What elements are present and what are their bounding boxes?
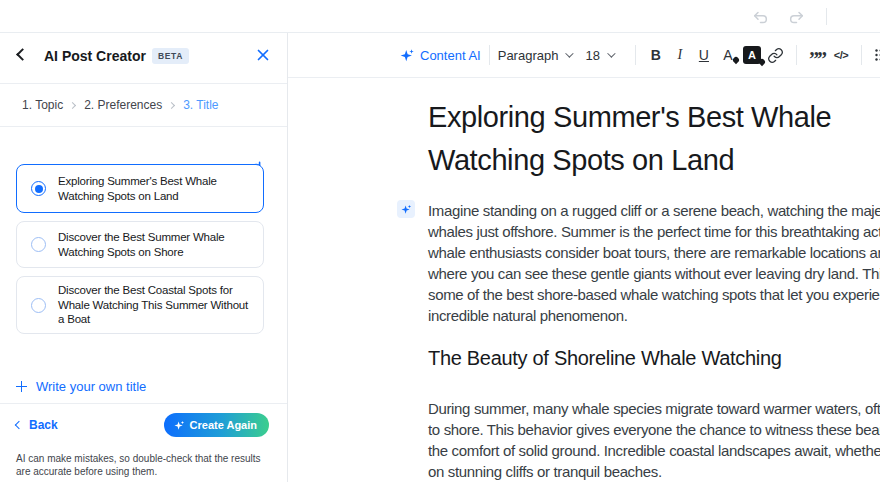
back-label: Back — [29, 418, 58, 432]
ai-post-creator-panel: AI Post Creator BETA 1. Topic 2. Prefere… — [0, 33, 288, 482]
back-button[interactable]: Back — [16, 418, 58, 432]
redo-button[interactable] — [786, 7, 806, 27]
code-view-button[interactable]: </> — [829, 43, 853, 67]
post-paragraph-1[interactable]: Imagine standing on a rugged cliff or a … — [428, 200, 880, 326]
undo-button[interactable] — [750, 7, 770, 27]
top-bar — [0, 0, 880, 33]
post-title[interactable]: Exploring Summer's Best Whale Watching S… — [428, 96, 831, 182]
chevron-left-icon — [15, 421, 23, 429]
title-option-2[interactable]: Discover the Best Summer Whale Watching … — [16, 221, 264, 268]
underline-button[interactable]: U — [692, 43, 716, 67]
chevron-right-icon — [69, 101, 76, 108]
footer-divider — [0, 403, 287, 404]
font-size-dropdown[interactable]: 18 — [585, 48, 612, 63]
chevron-down-icon — [566, 49, 574, 57]
undo-icon — [752, 10, 769, 25]
bullet-list-icon — [874, 47, 880, 63]
link-icon — [767, 47, 784, 64]
font-size-value: 18 — [585, 48, 599, 63]
post-heading-2[interactable]: The Beauty of Shoreline Whale Watching — [428, 344, 782, 372]
title-option-2-label: Discover the Best Summer Whale Watching … — [58, 230, 225, 259]
radio-unselected[interactable] — [31, 237, 46, 252]
panel-title: AI Post Creator — [44, 48, 146, 64]
bold-button[interactable]: B — [644, 43, 668, 67]
quote-button[interactable]: ”” — [805, 43, 829, 67]
steps-breadcrumb: 1. Topic 2. Preferences 3. Title — [0, 83, 287, 127]
beta-badge: BETA — [152, 48, 189, 64]
plus-icon — [16, 381, 27, 392]
highlight-color-button[interactable]: A — [740, 43, 764, 67]
create-again-label: Create Again — [190, 419, 257, 431]
sparkle-icon — [174, 420, 185, 431]
step-topic[interactable]: 1. Topic — [22, 98, 63, 112]
link-button[interactable] — [764, 43, 788, 67]
ai-disclaimer-text: AI can make mistakes, so double-check th… — [16, 452, 270, 478]
text-color-icon: A — [723, 47, 732, 63]
text-color-button[interactable]: A — [716, 43, 740, 67]
sparkle-icon — [401, 204, 412, 215]
step-title[interactable]: 3. Title — [183, 98, 218, 112]
toolbar-divider — [635, 45, 636, 65]
step-preferences[interactable]: 2. Preferences — [84, 98, 162, 112]
close-icon — [255, 47, 271, 63]
paragraph-style-dropdown[interactable]: Paragraph — [498, 48, 572, 63]
content-ai-label: Content AI — [420, 48, 481, 63]
close-button[interactable] — [255, 47, 273, 65]
title-option-1[interactable]: Exploring Summer's Best Whale Watching S… — [16, 164, 264, 213]
redo-icon — [788, 10, 805, 25]
editor-toolbar: Content AI Paragraph 18 B I U A A ”” </> — [288, 33, 880, 78]
title-option-3[interactable]: Discover the Best Coastal Spots for Whal… — [16, 276, 264, 334]
chevron-right-icon — [168, 101, 175, 108]
italic-button[interactable]: I — [668, 43, 692, 67]
back-chevron-icon[interactable] — [16, 48, 29, 61]
write-own-title-label: Write your own title — [36, 379, 146, 394]
write-own-title-button[interactable]: Write your own title — [16, 379, 146, 394]
sparkle-icon — [400, 48, 415, 63]
radio-selected[interactable] — [31, 181, 46, 196]
chevron-down-icon — [607, 49, 615, 57]
bullet-list-button[interactable] — [870, 43, 880, 67]
topbar-divider — [826, 8, 827, 25]
toolbar-divider — [489, 45, 490, 65]
toolbar-divider — [796, 45, 797, 65]
toolbar-divider — [861, 45, 862, 65]
title-option-3-label: Discover the Best Coastal Spots for Whal… — [58, 283, 248, 327]
radio-unselected[interactable] — [31, 298, 46, 313]
post-paragraph-2[interactable]: During summer, many whale species migrat… — [428, 398, 880, 482]
content-ai-button[interactable]: Content AI — [400, 48, 481, 63]
panel-header: AI Post Creator BETA — [0, 33, 287, 83]
paragraph-ai-assist-button[interactable] — [397, 200, 415, 218]
create-again-button[interactable]: Create Again — [164, 413, 269, 437]
paragraph-style-value: Paragraph — [498, 48, 559, 63]
title-option-1-label: Exploring Summer's Best Whale Watching S… — [58, 174, 217, 203]
